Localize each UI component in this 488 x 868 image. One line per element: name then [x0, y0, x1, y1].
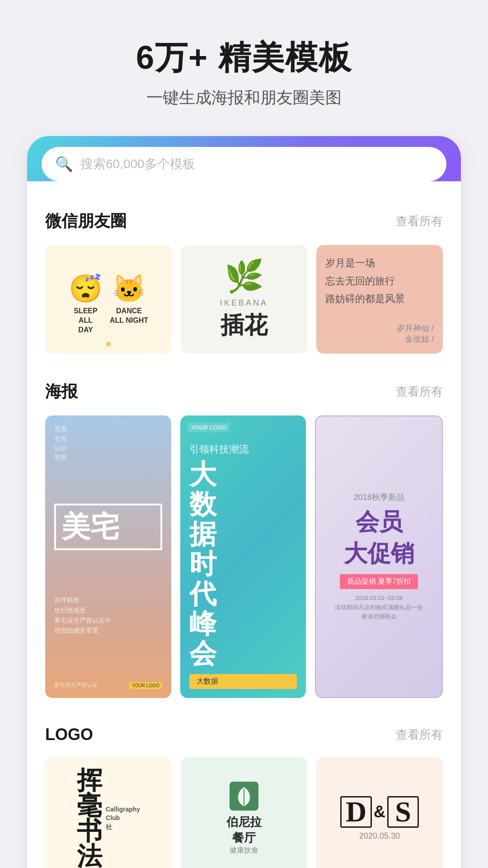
logo-see-all[interactable]: 查看所有 [396, 727, 443, 743]
search-bar[interactable]: 🔍 搜索60,000多个模板 [42, 147, 446, 181]
poem-line-1: 岁月是一场 [325, 254, 434, 272]
poster-3-sub: 新品促销 夏季7折扣 [340, 574, 418, 589]
poem-author: 岁月神仙 /金玫姑 / [325, 323, 434, 344]
logo-section-header: LOGO 查看所有 [45, 725, 443, 744]
wechat-section: 微信朋友圈 查看所有 😴 SLEEPALLDAY 🐱 DANCEALL NIGH… [27, 192, 461, 363]
wechat-card-poem[interactable]: 岁月是一场 忘去无回的旅行 路妨碍的都是风景 岁月神仙 /金玫姑 / [316, 245, 443, 354]
ds-s: S [387, 796, 419, 828]
calligraphy-cn-chars: 挥毫书法 [77, 768, 102, 868]
poem-lines: 岁月是一场 忘去无回的旅行 路妨碍的都是风景 [325, 254, 434, 308]
poster-card-member-promo[interactable]: 2018秋季新品 会员大促销 新品促销 夏季7折扣 2018.03.01~03.… [315, 415, 443, 698]
wechat-section-header: 微信朋友圈 查看所有 [45, 210, 443, 232]
logo-card-calligraphy[interactable]: 挥毫书法 CalligraphyClub社 [45, 757, 172, 868]
page-title: 6万+ 精美模板 [27, 36, 461, 80]
page-subtitle: 一键生成海报和朋友圈美图 [27, 87, 461, 109]
poster-card-grid: 尽美宅先认识宅所 美宅 百坪精致世纪情感受家宅业主严首认证中但您始感意享受 家宅… [45, 415, 443, 698]
sleep-label: SLEEPALLDAY [74, 307, 97, 335]
poster-1-tagline: 尽美宅先认识宅所 [54, 425, 162, 462]
sleep-emoji: 😴 [69, 273, 103, 305]
poster-card-real-estate[interactable]: 尽美宅先认识宅所 美宅 百坪精致世纪情感受家宅业主严首认证中但您始感意享受 家宅… [45, 415, 171, 698]
wechat-card-grid: 😴 SLEEPALLDAY 🐱 DANCEALL NIGHT 🌿 IKEBANA… [45, 245, 443, 354]
header-section: 6万+ 精美模板 一键生成海报和朋友圈美图 [0, 0, 488, 127]
logo-card-restaurant[interactable]: 伯尼拉餐厅 健康饮食 [181, 757, 307, 868]
calligraphy-en-wrap: CalligraphyClub社 [106, 805, 140, 832]
sleep-char: 😴 SLEEPALLDAY [69, 273, 103, 335]
leaf-icon [230, 782, 258, 811]
main-card: 🔍 搜索60,000多个模板 微信朋友圈 查看所有 😴 SLEEPALLDAY … [27, 136, 461, 868]
poster-3-details: 2018.03.01~03.08 活动期间凡达到购买满赠礼品一份 敬请把握机会 [335, 594, 423, 622]
dance-label: DANCEALL NIGHT [110, 307, 148, 326]
poster-2-title: 大数据时代峰会 [189, 460, 297, 669]
poster-1-logo-badge: YOUR LOGO [129, 682, 162, 689]
ikebana-en: IKEBANA [220, 298, 268, 308]
ds-date: 2020.05.30 [359, 831, 400, 841]
restaurant-sub: 健康饮食 [230, 846, 258, 855]
restaurant-name: 伯尼拉餐厅 [226, 814, 262, 846]
poster-1-main-title: 美宅 [54, 504, 162, 550]
poster-section: 海报 查看所有 尽美宅先认识宅所 美宅 百坪精致世纪情感受家宅业主严首认证中但您… [27, 363, 461, 707]
wechat-section-title: 微信朋友圈 [45, 210, 127, 232]
poem-line-2: 忘去无回的旅行 [325, 272, 434, 290]
wechat-see-all[interactable]: 查看所有 [396, 213, 443, 229]
poster-card-tech-summit[interactable]: YOUR LOGO 引领科技潮流 大数据时代峰会 大数据 [180, 415, 306, 698]
poster-section-title: 海报 [45, 381, 78, 403]
logo-section: LOGO 查看所有 挥毫书法 CalligraphyClub社 [27, 707, 461, 868]
dance-emoji: 🐱 [112, 273, 146, 305]
sleep-dance-content: 😴 SLEEPALLDAY 🐱 DANCEALL NIGHT [69, 273, 148, 335]
calligraphy-content: 挥毫书法 CalligraphyClub社 [77, 768, 140, 868]
logo-card-ds[interactable]: D & S 2020.05.30 [316, 757, 443, 868]
logo-section-title: LOGO [45, 725, 93, 744]
ds-d: D [340, 796, 372, 828]
dot-decoration [106, 342, 111, 346]
calligraphy-en: CalligraphyClub社 [106, 805, 140, 832]
plant-icon: 🌿 [225, 258, 264, 295]
poster-2-badge: 大数据 [189, 674, 297, 689]
poster-section-header: 海报 查看所有 [45, 381, 443, 403]
poster-2-content: 引领科技潮流 大数据时代峰会 大数据 [189, 443, 297, 689]
poster-1-top: 尽美宅先认识宅所 [54, 425, 162, 462]
poster-1-details: 百坪精致世纪情感受家宅业主严首认证中但您始感意享受 [54, 595, 162, 636]
dance-char: 🐱 DANCEALL NIGHT [110, 273, 148, 335]
poem-line-3: 路妨碍的都是风景 [325, 290, 434, 308]
ds-logo-wrap: D & S [340, 796, 419, 828]
search-placeholder-text: 搜索60,000多个模板 [80, 156, 195, 173]
poster-1-footer: 家宅业主严首认证 YOUR LOGO [54, 680, 162, 689]
wechat-card-sleep-dance[interactable]: 😴 SLEEPALLDAY 🐱 DANCEALL NIGHT [45, 245, 172, 354]
poster-3-main-title: 会员大促销 [344, 506, 414, 570]
search-icon: 🔍 [55, 156, 73, 173]
ikebana-cn: 插花 [221, 310, 267, 341]
poster-1-footer-text: 家宅业主严首认证 [54, 681, 98, 689]
poster-see-all[interactable]: 查看所有 [396, 384, 443, 400]
poster-3-year: 2018秋季新品 [354, 492, 404, 503]
wechat-card-ikebana[interactable]: 🌿 IKEBANA 插花 [181, 245, 307, 354]
logo-card-grid: 挥毫书法 CalligraphyClub社 伯尼拉餐厅 健康饮食 [45, 757, 443, 868]
poster-2-subtitle: 引领科技潮流 [189, 443, 297, 456]
poster-2-your-logo: YOUR LOGO [188, 423, 230, 432]
ds-ampersand: & [374, 802, 385, 821]
search-container: 🔍 搜索60,000多个模板 [27, 136, 461, 181]
